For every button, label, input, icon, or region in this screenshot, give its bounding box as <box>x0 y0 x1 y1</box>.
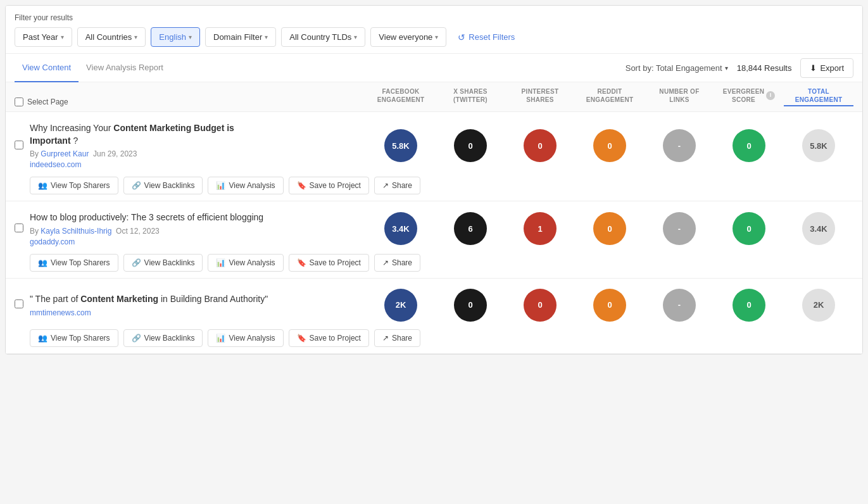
app-wrapper: Filter your results Past Year ▾ All Coun… <box>5 5 863 355</box>
item-checkbox[interactable] <box>15 299 23 308</box>
filter-countries[interactable]: All Countries ▾ <box>77 27 146 47</box>
metric-evergreen: 0 <box>714 289 784 322</box>
sort-button[interactable]: Sort by: Total Engagement ▾ <box>626 63 728 73</box>
share-button[interactable]: ↗ Share <box>374 254 420 272</box>
tab-view-content[interactable]: View Content <box>15 54 79 82</box>
col-header-evergreen: EVERGREENSCORE i <box>714 87 784 106</box>
item-title: How to blog productively: The 3 secrets … <box>30 211 277 224</box>
content-row: How to blog productively: The 3 secrets … <box>15 211 853 246</box>
col-header-total: TOTALENGAGEMENT <box>784 87 853 106</box>
content-list: Why Increasing Your Content Marketing Bu… <box>6 112 862 354</box>
save-label: Save to Project <box>310 258 361 267</box>
links-circle: - <box>663 289 696 322</box>
item-meta: By Kayla Schilthuis-Ihrig Oct 12, 2023 <box>30 227 277 236</box>
metric-reddit: 0 <box>575 289 645 322</box>
sharers-icon: 👥 <box>38 258 47 267</box>
share-button[interactable]: ↗ Share <box>374 329 420 347</box>
item-checkbox-col <box>15 224 30 234</box>
sharers-icon: 👥 <box>38 334 47 343</box>
view-top-sharers-button[interactable]: 👥 View Top Sharers <box>30 254 118 272</box>
filter-view[interactable]: View everyone ▾ <box>370 27 446 47</box>
tab-view-analysis[interactable]: View Analysis Report <box>79 54 171 82</box>
save-to-project-button[interactable]: 🔖 Save to Project <box>289 254 369 272</box>
filter-buttons: Past Year ▾ All Countries ▾ English ▾ Do… <box>15 27 853 47</box>
metric-links: - <box>645 289 714 322</box>
chevron-down-icon: ▾ <box>435 34 438 41</box>
save-to-project-button[interactable]: 🔖 Save to Project <box>289 177 369 194</box>
author-link[interactable]: Kayla Schilthuis-Ihrig <box>41 227 111 236</box>
view-analysis-button[interactable]: 📊 View Analysis <box>208 254 283 272</box>
action-bar: 👥 View Top Sharers 🔗 View Backlinks 📊 Vi… <box>15 177 853 194</box>
metric-links: - <box>645 129 714 162</box>
select-page-checkbox[interactable] <box>15 98 23 106</box>
item-metrics: 3.4K 6 1 0 - 0 <box>283 212 853 245</box>
view-top-sharers-button[interactable]: 👥 View Top Sharers <box>30 177 118 194</box>
reset-filters-button[interactable]: ↺ Reset Filters <box>451 28 521 47</box>
filter-time[interactable]: Past Year ▾ <box>15 27 72 47</box>
list-item: " The part of Content Marketing in Build… <box>6 279 862 354</box>
tabs-bar: View Content View Analysis Report Sort b… <box>6 54 862 82</box>
total-circle: 2K <box>802 289 835 322</box>
item-checkbox[interactable] <box>15 141 23 149</box>
share-label: Share <box>392 258 412 267</box>
filter-tlds[interactable]: All Country TLDs ▾ <box>281 27 365 47</box>
col-header-twitter: X SHARES(TWITTER) <box>436 87 505 106</box>
evergreen-circle: 0 <box>733 289 765 322</box>
filter-language-label: English <box>159 32 186 42</box>
select-page-label[interactable]: Select Page <box>27 98 68 106</box>
metric-total: 2K <box>784 289 853 322</box>
filter-view-label: View everyone <box>379 32 432 42</box>
view-backlinks-button[interactable]: 🔗 View Backlinks <box>123 254 203 272</box>
pinterest-circle: 1 <box>524 212 557 245</box>
filter-language[interactable]: English ▾ <box>151 27 200 47</box>
metric-facebook: 3.4K <box>366 212 436 245</box>
item-metrics: 5.8K 0 0 0 - 0 <box>283 129 853 162</box>
total-circle: 3.4K <box>802 212 835 245</box>
info-icon[interactable]: i <box>766 91 775 100</box>
metric-twitter: 6 <box>436 212 505 245</box>
analysis-label: View Analysis <box>229 334 275 343</box>
analysis-label: View Analysis <box>229 181 275 190</box>
metric-total: 5.8K <box>784 129 853 162</box>
view-analysis-button[interactable]: 📊 View Analysis <box>208 329 283 347</box>
share-label: Share <box>392 334 412 343</box>
filter-time-label: Past Year <box>23 32 58 42</box>
share-button[interactable]: ↗ Share <box>374 177 420 194</box>
item-checkbox[interactable] <box>15 224 23 232</box>
col-header-facebook: FACEBOOKENGAGEMENT <box>366 87 436 106</box>
chevron-down-icon: ▾ <box>265 34 268 41</box>
export-button[interactable]: ⬇ Export <box>800 58 853 78</box>
filter-label: Filter your results <box>15 13 853 22</box>
backlinks-icon: 🔗 <box>132 258 141 267</box>
metric-pinterest: 0 <box>505 289 575 322</box>
item-info: " The part of Content Marketing in Build… <box>30 293 283 317</box>
author-link[interactable]: Gurpreet Kaur <box>41 149 89 158</box>
share-label: Share <box>392 181 412 190</box>
view-analysis-button[interactable]: 📊 View Analysis <box>208 177 283 194</box>
reset-filters-label: Reset Filters <box>469 32 515 42</box>
view-top-sharers-button[interactable]: 👥 View Top Sharers <box>30 329 118 347</box>
save-to-project-button[interactable]: 🔖 Save to Project <box>289 329 369 347</box>
analysis-icon: 📊 <box>216 181 225 190</box>
filter-domain[interactable]: Domain Filter ▾ <box>205 27 276 47</box>
chevron-down-icon: ▾ <box>354 34 357 41</box>
tabs-right: Sort by: Total Engagement ▾ 18,844 Resul… <box>626 58 853 78</box>
item-domain: indeedseo.com <box>30 160 277 169</box>
metric-facebook: 5.8K <box>366 129 436 162</box>
analysis-icon: 📊 <box>216 334 225 343</box>
filter-bar: Filter your results Past Year ▾ All Coun… <box>6 6 862 54</box>
metric-total: 3.4K <box>784 212 853 245</box>
view-backlinks-button[interactable]: 🔗 View Backlinks <box>123 177 203 194</box>
backlinks-label: View Backlinks <box>144 334 195 343</box>
analysis-label: View Analysis <box>229 258 275 267</box>
backlinks-icon: 🔗 <box>132 334 141 343</box>
results-count: 18,844 Results <box>737 63 792 73</box>
item-info: How to blog productively: The 3 secrets … <box>30 211 283 246</box>
item-info: Why Increasing Your Content Marketing Bu… <box>30 122 283 169</box>
reddit-circle: 0 <box>593 212 626 245</box>
sharers-icon: 👥 <box>38 181 47 190</box>
reddit-circle: 0 <box>593 289 626 322</box>
metric-evergreen: 0 <box>714 129 784 162</box>
view-backlinks-button[interactable]: 🔗 View Backlinks <box>123 329 203 347</box>
chevron-down-icon: ▾ <box>134 34 137 41</box>
